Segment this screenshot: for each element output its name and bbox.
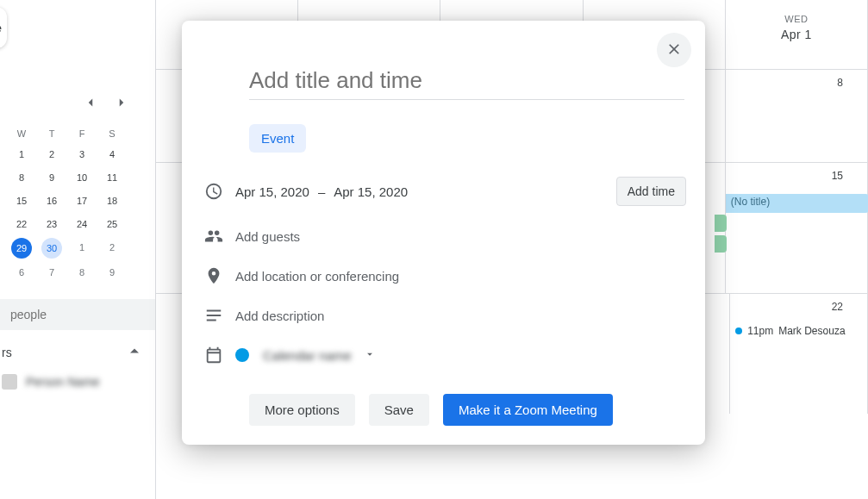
clock-icon	[201, 182, 235, 201]
event-title: (No title)	[731, 196, 770, 208]
add-time-button[interactable]: Add time	[616, 177, 686, 206]
mini-cal-day[interactable]: 10	[67, 166, 97, 189]
day-date-label: Apr 1	[726, 28, 867, 41]
search-people-input[interactable]	[0, 299, 155, 330]
tab-event[interactable]: Event	[249, 124, 306, 153]
chevron-left-icon[interactable]	[83, 95, 98, 113]
mini-cal-day[interactable]: 4	[97, 143, 127, 165]
description-icon	[201, 306, 235, 325]
calendar-list-item-label: Person Name	[26, 375, 100, 389]
calendar-selector[interactable]: Calendar name	[235, 348, 376, 363]
mini-cal-day[interactable]: 15	[7, 190, 36, 212]
cell-day-number: 8	[837, 77, 843, 89]
sidebar: e WTFS1234891011151617182223242529301267…	[0, 0, 155, 499]
start-date: Apr 15, 2020	[235, 184, 309, 199]
more-options-button[interactable]: More options	[249, 394, 355, 426]
mini-cal-weekday: T	[37, 125, 66, 142]
event-title: Mark Desouza	[778, 325, 845, 337]
calendars-section-label: rs	[2, 346, 12, 359]
mini-cal-day[interactable]: 1	[67, 236, 97, 260]
mini-cal-day[interactable]: 22	[7, 213, 36, 235]
close-button[interactable]	[657, 33, 691, 67]
chevron-up-icon	[126, 342, 143, 362]
event-chip[interactable]	[715, 215, 727, 232]
add-location-field[interactable]: Add location or conferencing	[235, 269, 686, 284]
chevron-right-icon[interactable]	[114, 95, 129, 113]
mini-cal-day[interactable]: 1	[7, 143, 36, 165]
create-button[interactable]: e	[0, 7, 7, 48]
mini-cal-day[interactable]: 17	[67, 190, 97, 212]
chevron-down-icon	[364, 348, 376, 363]
mini-cal-weekday: S	[97, 125, 127, 142]
calendar-cell[interactable]: 22 11pm Mark Desouza	[730, 293, 868, 414]
add-guests-field[interactable]: Add guests	[235, 229, 686, 244]
cell-day-number: 22	[832, 301, 843, 313]
mini-cal-day[interactable]: 16	[37, 190, 66, 212]
mini-cal-weekday: W	[7, 125, 36, 142]
day-of-week-label: WED	[726, 14, 867, 24]
mini-cal-day[interactable]: 8	[7, 166, 36, 189]
mini-cal-day[interactable]: 24	[67, 213, 97, 235]
mini-cal-day[interactable]: 29	[11, 238, 32, 259]
location-icon	[201, 266, 235, 285]
mini-cal-day[interactable]: 7	[37, 261, 66, 284]
calendar-icon	[201, 346, 235, 365]
dash: –	[318, 184, 325, 199]
make-zoom-meeting-button[interactable]: Make it a Zoom Meeting	[443, 394, 613, 426]
close-icon	[665, 41, 683, 60]
mini-cal-day[interactable]: 3	[67, 143, 97, 165]
event-bar[interactable]: (No title)	[726, 194, 868, 213]
cell-day-number: 15	[832, 170, 843, 182]
event-dot-icon	[735, 327, 742, 334]
event-title-input[interactable]	[249, 67, 684, 100]
calendar-cell[interactable]: 15 (No title)	[726, 162, 868, 293]
calendar-cell[interactable]: 8	[726, 69, 868, 162]
end-date: Apr 15, 2020	[334, 184, 408, 199]
mini-cal-day[interactable]: 9	[97, 261, 127, 284]
quick-create-dialog: Event Apr 15, 2020 – Apr 15, 2020 Add ti…	[182, 21, 705, 445]
mini-cal-day[interactable]: 25	[97, 213, 127, 235]
add-description-field[interactable]: Add description	[235, 309, 686, 323]
mini-cal-day[interactable]: 23	[37, 213, 66, 235]
people-icon	[201, 227, 235, 246]
calendars-section[interactable]: rs	[0, 330, 155, 362]
mini-cal-day[interactable]: 8	[67, 261, 97, 284]
create-button-trailing: e	[0, 22, 2, 34]
event-item[interactable]: 11pm Mark Desouza	[735, 325, 862, 337]
mini-cal-day[interactable]: 9	[37, 166, 66, 189]
event-time: 11pm	[747, 325, 773, 337]
calendar-color-dot	[235, 348, 249, 362]
checkbox[interactable]	[2, 374, 17, 390]
calendar-list-item[interactable]: Person Name	[0, 374, 155, 390]
event-chip[interactable]	[715, 235, 727, 253]
date-range[interactable]: Apr 15, 2020 – Apr 15, 2020	[235, 184, 616, 199]
save-button[interactable]: Save	[369, 394, 429, 426]
mini-cal-day[interactable]: 2	[97, 236, 127, 260]
mini-calendar: WTFS123489101115161718222324252930126789	[0, 95, 155, 284]
mini-cal-weekday: F	[67, 125, 97, 142]
mini-cal-day[interactable]: 30	[41, 238, 62, 259]
mini-cal-day[interactable]: 18	[97, 190, 127, 212]
mini-cal-day[interactable]: 2	[37, 143, 66, 165]
day-header-wed: WED Apr 1	[726, 0, 868, 69]
calendar-name: Calendar name	[263, 348, 352, 363]
mini-cal-day[interactable]: 6	[7, 261, 36, 284]
mini-cal-day[interactable]: 11	[97, 166, 127, 189]
